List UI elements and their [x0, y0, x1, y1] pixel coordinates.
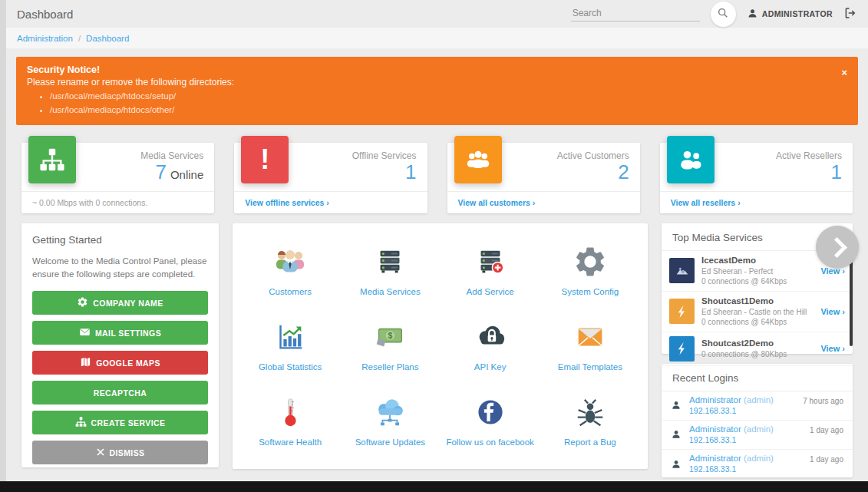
- banknote-icon: $: [340, 317, 440, 357]
- quick-link-system-config[interactable]: System Config: [540, 239, 640, 309]
- quick-link-customers[interactable]: Customers: [240, 239, 340, 309]
- chevron-right-icon: ›: [533, 198, 536, 207]
- top-media-services-panel: Top Media Services IcecastDemo Ed Sheera…: [662, 223, 853, 354]
- map-icon: [80, 356, 91, 369]
- chevron-right-icon: ›: [738, 198, 741, 207]
- quick-link-global-statistics[interactable]: Global Statistics: [240, 314, 340, 385]
- user-icon: [747, 8, 758, 21]
- shoutcast-bolt-icon: [669, 336, 695, 362]
- customers-icon: [240, 242, 340, 282]
- create-service-button[interactable]: CREATE SERVICE: [32, 411, 208, 434]
- recaptcha-button[interactable]: RECAPTCHA: [32, 381, 208, 404]
- breadcrumb-separator: /: [78, 34, 81, 43]
- stat-media-services[interactable]: Media Services 7Online ~ 0.00 Mbps with …: [21, 136, 214, 213]
- user-icon: [671, 459, 682, 470]
- breadcrumb-administration[interactable]: Administration: [17, 34, 73, 43]
- stat-value: 2: [618, 160, 629, 183]
- login-ip[interactable]: 192.168.33.1: [689, 435, 810, 446]
- quick-link-api-key[interactable]: API Key: [441, 314, 540, 385]
- getting-started-title: Getting Started: [32, 234, 208, 246]
- view-service-link[interactable]: View ›: [817, 344, 845, 353]
- quick-link-software-health[interactable]: Software Health: [240, 389, 340, 460]
- bar-chart-icon: [240, 317, 340, 357]
- notice-message: Please rename or remove the following di…: [27, 77, 835, 88]
- recent-logins-panel: Recent Logins Administrator (admin) 192.…: [662, 364, 853, 477]
- logout-button[interactable]: [843, 6, 857, 22]
- notice-directory-list: /usr/local/mediacp/htdocs/setup/ /usr/lo…: [50, 90, 835, 117]
- sitemap-icon: [75, 416, 87, 429]
- quick-link-reseller-plans[interactable]: $ Reseller Plans: [340, 314, 440, 385]
- login-user-link[interactable]: Administrator (admin): [689, 424, 774, 434]
- service-row-shoutcast2demo[interactable]: Shoutcast2Demo 0 connections @ 80Kbps Vi…: [662, 332, 853, 366]
- view-all-customers-link[interactable]: View all customers ›: [458, 198, 536, 207]
- stat-active-customers[interactable]: Active Customers 2 View all customers ›: [447, 136, 640, 213]
- quick-links-panel: Customers: [233, 223, 648, 469]
- breadcrumb-dashboard[interactable]: Dashboard: [86, 34, 129, 43]
- panel-scrollbar[interactable]: [850, 254, 853, 346]
- stat-label: Media Services: [89, 150, 203, 161]
- left-edge-strip: [0, 0, 6, 481]
- recent-logins-title: Recent Logins: [662, 364, 853, 391]
- envelope-icon: [540, 317, 640, 357]
- stat-label: Active Customers: [515, 150, 629, 161]
- stat-active-resellers[interactable]: Active Resellers 1 View all resellers ›: [660, 136, 853, 213]
- logout-icon: [843, 6, 857, 22]
- gear-icon: [540, 242, 640, 282]
- x-icon: [96, 447, 105, 458]
- user-menu[interactable]: ADMINISTRATOR: [747, 8, 833, 21]
- facebook-icon: [441, 392, 540, 432]
- quick-link-media-services[interactable]: Media Services: [340, 239, 440, 309]
- getting-started-panel: Getting Started Welcome to the Media Con…: [21, 223, 219, 467]
- stat-value: 1: [831, 160, 842, 183]
- getting-started-intro: Welcome to the Media Control Panel, plea…: [32, 255, 208, 282]
- svg-text:$: $: [388, 330, 393, 339]
- dismiss-button[interactable]: DISMISS: [32, 441, 208, 464]
- mail-settings-button[interactable]: MAIL SETTINGS: [32, 321, 208, 345]
- sitemap-icon: [28, 136, 76, 183]
- cloud-lock-icon: [441, 317, 540, 357]
- envelope-icon: [79, 326, 91, 339]
- login-user-link[interactable]: Administrator (admin): [689, 454, 774, 463]
- quick-link-email-templates[interactable]: Email Templates: [540, 314, 640, 385]
- server-plus-icon: [441, 242, 540, 282]
- stat-offline-services[interactable]: ! Offline Services 1 View offline servic…: [234, 136, 427, 213]
- chevron-right-icon: ›: [842, 307, 845, 316]
- resellers-icon: [667, 136, 715, 183]
- search-button[interactable]: [711, 2, 736, 27]
- quick-link-add-service[interactable]: Add Service: [441, 239, 540, 309]
- close-icon[interactable]: ×: [841, 68, 847, 78]
- quick-link-facebook[interactable]: Follow us on facebook: [441, 389, 540, 460]
- notice-directory: /usr/local/mediacp/htdocs/other/: [50, 104, 835, 117]
- customers-group-icon: [454, 136, 502, 183]
- stats-row: Media Services 7Online ~ 0.00 Mbps with …: [21, 136, 853, 213]
- view-offline-services-link[interactable]: View offline services ›: [245, 198, 329, 207]
- stat-label: Offline Services: [302, 150, 416, 161]
- gears-icon: [77, 296, 88, 309]
- quick-link-report-bug[interactable]: Report a Bug: [540, 389, 640, 460]
- stat-footer: ~ 0.00 Mbps with 0 connections.: [21, 191, 214, 213]
- security-notice-banner: Security Notice! Please rename or remove…: [16, 57, 858, 125]
- login-ip[interactable]: 192.168.33.1: [689, 406, 803, 417]
- login-time: 1 day ago: [810, 424, 843, 434]
- icecast-icon: [669, 258, 695, 283]
- view-all-resellers-link[interactable]: View all resellers ›: [671, 198, 741, 207]
- user-label: ADMINISTRATOR: [762, 9, 833, 18]
- google-maps-button[interactable]: GOOGLE MAPS: [32, 351, 208, 375]
- login-ip[interactable]: 192.168.33.1: [689, 464, 810, 475]
- user-icon: [671, 429, 682, 440]
- shoutcast-bolt-icon: [669, 299, 695, 324]
- view-service-link[interactable]: View ›: [817, 307, 845, 316]
- quick-link-software-updates[interactable]: Software Updates: [340, 389, 440, 460]
- exclamation-icon: !: [241, 136, 289, 183]
- service-row-shoutcast1demo[interactable]: Shoutcast1Demo Ed Sheeran - Castle on th…: [662, 292, 853, 332]
- stat-value: 1: [405, 160, 416, 183]
- login-user-link[interactable]: Administrator (admin): [689, 395, 774, 404]
- login-time: 7 hours ago: [803, 395, 843, 405]
- search-input[interactable]: [571, 6, 700, 21]
- stat-label: Active Resellers: [728, 150, 842, 161]
- cloud-network-icon: [340, 392, 440, 432]
- carousel-next-button[interactable]: [816, 226, 859, 269]
- company-name-button[interactable]: COMPANY NAME: [32, 291, 208, 315]
- user-icon: [671, 400, 682, 411]
- login-row: Administrator (admin) 192.168.33.1 1 day…: [662, 450, 853, 478]
